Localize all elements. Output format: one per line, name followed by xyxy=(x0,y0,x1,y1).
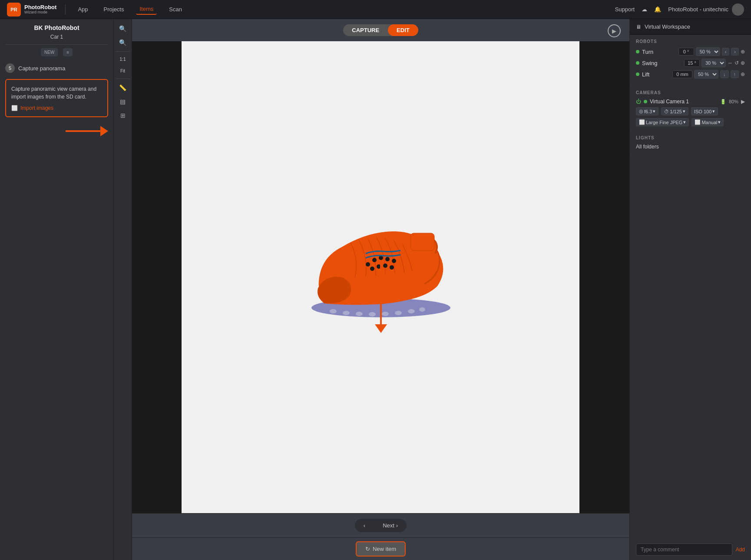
sidebar-subtitle: Car 1 xyxy=(5,34,108,45)
monitor-icon: 🖥 xyxy=(636,24,641,30)
turn-prev-btn[interactable]: ‹ xyxy=(722,48,730,56)
video-icon: ▶ xyxy=(741,99,745,105)
toolbar-divider-2 xyxy=(116,79,130,79)
support-link[interactable]: Support xyxy=(615,6,635,13)
svg-point-11 xyxy=(379,256,383,260)
user-area: PhotoRobot - unitechnic xyxy=(668,3,744,16)
battery-icon: 🔋 xyxy=(720,99,726,105)
aperture-setting[interactable]: ◎ f6.3 ▾ xyxy=(636,107,658,115)
camera-power-icon[interactable]: ⏻ xyxy=(636,99,641,105)
edit-tab[interactable]: EDIT xyxy=(388,24,418,36)
swing-icon-1: ↔ xyxy=(728,60,733,66)
lift-down-btn[interactable]: ↓ xyxy=(720,70,729,78)
new-item-button[interactable]: ↻ New item xyxy=(356,541,406,557)
nav-tab-app[interactable]: App xyxy=(74,4,91,14)
right-arrow xyxy=(66,126,108,136)
lift-value-input[interactable] xyxy=(672,70,692,78)
capture-tab[interactable]: CAPTURE xyxy=(343,24,388,36)
format-setting[interactable]: ⬜ Large Fine JPEG ▾ xyxy=(636,118,689,126)
shutter-setting[interactable]: ⏱ 1/125 ▾ xyxy=(661,107,688,115)
layers-icon[interactable]: ▤ xyxy=(118,96,127,107)
turn-next-btn[interactable]: › xyxy=(731,48,739,56)
zoom-out-icon[interactable]: 🔍 xyxy=(117,37,128,48)
ruler-icon[interactable]: 📏 xyxy=(117,82,128,93)
main-content-area: 🔍 🔍 1:1 Fit 📏 ▤ ⊞ CAPTURE EDIT ▶ xyxy=(114,19,629,560)
step-row: 5 Capture panorama xyxy=(5,60,108,76)
zoom-11-btn[interactable]: 1:1 xyxy=(118,55,128,63)
mode-setting[interactable]: ⬜ Manual ▾ xyxy=(691,118,724,126)
lift-target-icon[interactable]: ⊕ xyxy=(741,71,745,77)
swing-value-input[interactable] xyxy=(684,59,700,67)
nav-divider xyxy=(65,4,66,15)
svg-point-7 xyxy=(408,309,415,313)
battery-level: 80% xyxy=(729,99,738,104)
sidebar-arrow-indicator xyxy=(5,126,108,136)
next-button[interactable]: Next › xyxy=(374,519,407,532)
zoom-fit-btn[interactable]: Fit xyxy=(119,67,127,75)
swing-target-icon[interactable]: ⊕ xyxy=(741,60,745,66)
add-comment-button[interactable]: Add xyxy=(736,547,745,553)
aperture-value: f6.3 xyxy=(644,109,652,114)
swing-row: Swing 30 % ↔ ↺ ⊕ xyxy=(636,59,745,67)
lift-up-btn[interactable]: ↑ xyxy=(731,70,739,78)
zoom-in-icon[interactable]: 🔍 xyxy=(117,23,128,34)
svg-point-8 xyxy=(419,307,425,312)
nav-tab-projects[interactable]: Projects xyxy=(100,4,128,14)
step-label: Capture panorama xyxy=(18,65,65,72)
wizard-mode: Wizard mode xyxy=(24,10,56,14)
cameras-label: CAMERAS xyxy=(636,90,745,95)
list-icon-btn[interactable]: ≡ xyxy=(63,48,73,56)
swing-speed-select[interactable]: 30 % xyxy=(701,59,726,67)
tab-group: CAPTURE EDIT xyxy=(343,24,418,36)
svg-point-14 xyxy=(370,267,374,271)
svg-point-5 xyxy=(382,312,389,316)
lift-status-dot xyxy=(636,72,639,76)
lift-label: Lift xyxy=(642,71,670,78)
import-images-button[interactable]: ⬜ Import images xyxy=(11,105,102,111)
next-arrow-icon: › xyxy=(396,522,398,529)
svg-point-12 xyxy=(385,257,390,261)
virtual-workspace-title: Virtual Workspace xyxy=(645,23,690,30)
nav-tab-items[interactable]: Items xyxy=(136,4,157,15)
import-icon: ⬜ xyxy=(11,105,18,111)
nav-tab-scan[interactable]: Scan xyxy=(165,4,185,14)
turn-label: Turn xyxy=(642,49,676,55)
grid-icon[interactable]: ⊞ xyxy=(119,110,127,121)
aperture-chevron: ▾ xyxy=(653,109,655,114)
play-button[interactable]: ▶ xyxy=(608,24,621,37)
swing-label: Swing xyxy=(642,60,682,66)
capture-tabs: CAPTURE EDIT ▶ xyxy=(132,19,629,41)
comment-input[interactable] xyxy=(636,544,732,556)
turn-status-dot xyxy=(636,50,639,53)
shutter-value: 1/125 xyxy=(670,109,682,114)
cameras-section: CAMERAS ⏻ Virtual Camera 1 🔋 80% ▶ ◎ f6.… xyxy=(630,86,751,131)
svg-point-4 xyxy=(369,312,376,316)
prev-button[interactable]: ‹ xyxy=(355,519,374,532)
cloud-icon: ☁ xyxy=(642,6,647,13)
main-layout: BK PhotoRobot Car 1 NEW ≡ 5 Capture pano… xyxy=(0,19,751,560)
step-number: 5 xyxy=(5,63,15,73)
mode-value: Manual xyxy=(701,120,717,125)
username: PhotoRobot - unitechnic xyxy=(668,6,728,13)
turn-value-input[interactable] xyxy=(678,48,694,56)
next-label: Next xyxy=(383,522,394,529)
import-label: Import images xyxy=(20,105,53,111)
arrow-head-right xyxy=(100,126,108,136)
new-item-label: New item xyxy=(373,546,396,552)
image-viewport xyxy=(132,41,629,513)
svg-point-13 xyxy=(392,259,396,263)
turn-target-icon[interactable]: ⊕ xyxy=(741,49,745,55)
new-icon-btn[interactable]: NEW xyxy=(41,48,58,56)
turn-speed-select[interactable]: 50 % xyxy=(696,47,720,56)
mode-chevron: ▾ xyxy=(718,119,721,125)
lift-speed-select[interactable]: 50 % xyxy=(694,70,718,79)
mode-icon: ⬜ xyxy=(695,119,701,125)
toolbar-divider-1 xyxy=(116,51,130,52)
lights-label: LIGHTS xyxy=(636,135,745,140)
iso-setting[interactable]: ISO 100 ▾ xyxy=(691,107,718,115)
product-image xyxy=(298,204,463,351)
left-sidebar: BK PhotoRobot Car 1 NEW ≡ 5 Capture pano… xyxy=(0,19,114,560)
shutter-chevron: ▾ xyxy=(683,109,685,114)
turn-row: Turn 50 % ‹ › ⊕ xyxy=(636,47,745,56)
comment-area: Add xyxy=(630,539,751,560)
